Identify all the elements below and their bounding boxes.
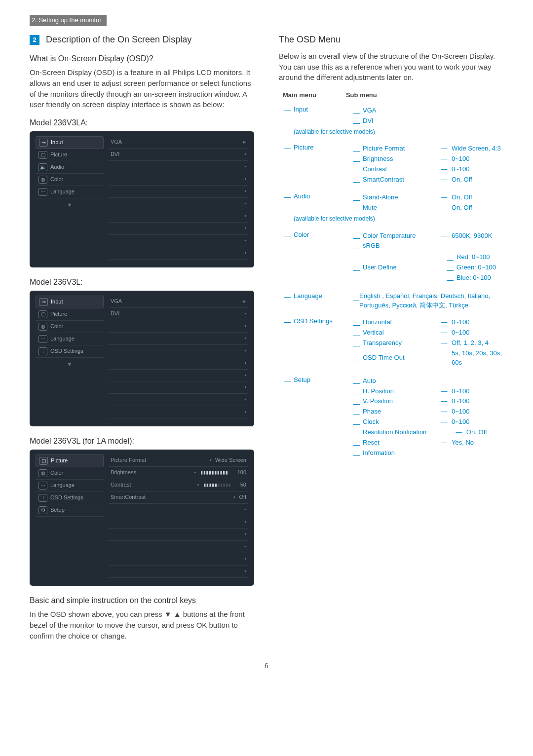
- osd-menu-para: Below is an overall view of the structur…: [279, 51, 503, 83]
- model3-label: Model 236V3L (for 1A model):: [30, 435, 254, 447]
- osd-item[interactable]: ⋯Language: [36, 186, 104, 198]
- osd-item[interactable]: ◍Color: [36, 467, 104, 480]
- osd-settings-icon: ⁝: [38, 347, 47, 355]
- input-icon: ⇥: [39, 139, 48, 147]
- tree-language: Language — English , Español, Français, …: [284, 292, 503, 310]
- language-icon: ⋯: [38, 188, 47, 196]
- picture-icon: ▢: [39, 457, 48, 465]
- osd-value-row[interactable]: Brightness•▮▮▮▮▮▮▮▮▮▮ 100: [109, 467, 248, 479]
- tree-note: (available for selective models): [294, 128, 503, 136]
- color-icon: ◍: [38, 323, 47, 331]
- osd-value-row[interactable]: SmartContrast•Off: [109, 491, 248, 504]
- osd-item[interactable]: ⇥Input: [36, 296, 104, 308]
- down-arrow-icon[interactable]: ▼: [36, 358, 104, 369]
- section-number-badge: 2: [30, 35, 39, 45]
- input-icon: ⇥: [39, 298, 48, 306]
- down-arrow-icon[interactable]: [36, 517, 104, 528]
- menu-column-labels: Main menu Sub menu: [283, 91, 503, 100]
- picture-icon: ▢: [38, 310, 47, 318]
- tree-input: Input VGA DVI (available for selective m…: [284, 105, 503, 136]
- model1-label: Model 236V3LA:: [30, 117, 254, 128]
- osd-screenshot-1: ⇥Input ▢Picture 🔈Audio ◍Color ⋯Language …: [30, 131, 254, 267]
- basic-instruction-title: Basic and simple instruction on the cont…: [30, 595, 254, 606]
- basic-instruction-para: In the OSD shown above, you can press ▼ …: [30, 609, 254, 641]
- osd-item[interactable]: ▢Picture: [36, 454, 104, 467]
- osd-item[interactable]: ▢Picture: [36, 308, 104, 321]
- tree-setup: Setup Auto H. Position—0~100 V. Position…: [284, 376, 503, 459]
- osd-value-row[interactable]: VGA▸: [109, 136, 248, 149]
- osd-screenshot-2: ⇥Input ▢Picture ◍Color ⋯Language ⁝OSD Se…: [30, 291, 254, 426]
- osd-value-row[interactable]: Contrast•▮▮▮▮▮▮▮▮▮▮ 50: [109, 479, 248, 491]
- sub-menu-label: Sub menu: [346, 91, 377, 100]
- right-column: The OSD Menu Below is an overall view of…: [279, 30, 503, 646]
- osd-menu-title: The OSD Menu: [279, 33, 503, 46]
- osd-item[interactable]: ⋯Language: [36, 333, 104, 345]
- language-icon: ⋯: [38, 482, 47, 490]
- page-number: 6: [30, 661, 503, 671]
- section-title: Description of the On Screen Display: [46, 35, 191, 44]
- tree-osd-settings: OSD Settings Horizontal—0~100 Vertical—0…: [284, 317, 503, 368]
- osd-item[interactable]: ⚙Setup: [36, 504, 104, 517]
- osd-item[interactable]: ◍Color: [36, 321, 104, 333]
- left-column: 2 Description of the On Screen Display W…: [30, 30, 254, 646]
- osd-settings-icon: ⁝: [38, 494, 47, 502]
- tree-audio: Audio Stand-Alone—On, Off Mute—On, Off (…: [284, 192, 503, 223]
- osd-value-row[interactable]: Picture Format•Wide Screen: [109, 454, 248, 467]
- setup-icon: ⚙: [38, 506, 47, 514]
- osd-item[interactable]: ▢Picture: [36, 149, 104, 161]
- osd-screenshot-3: ▢Picture ◍Color ⋯Language ⁝OSD Settings …: [30, 450, 254, 585]
- tree-picture: Picture Picture Format—Wide Screen, 4:3 …: [284, 143, 503, 185]
- main-menu-label: Main menu: [283, 91, 316, 100]
- audio-icon: 🔈: [38, 163, 47, 171]
- question-title: What is On-Screen Display (OSD)?: [30, 53, 254, 64]
- osd-item[interactable]: 🔈Audio: [36, 161, 104, 174]
- picture-icon: ▢: [38, 151, 47, 159]
- osd-item[interactable]: ⁝OSD Settings: [36, 345, 104, 358]
- tree-node-label: Input: [294, 105, 353, 114]
- osd-tree: Input VGA DVI (available for selective m…: [284, 105, 503, 458]
- osd-value-row[interactable]: DVI•: [109, 149, 248, 161]
- color-icon: ◍: [38, 469, 47, 477]
- intro-paragraph: On-Screen Display (OSD) is a feature in …: [30, 67, 254, 110]
- language-icon: ⋯: [38, 335, 47, 343]
- osd-item[interactable]: ⁝OSD Settings: [36, 492, 104, 504]
- osd-item[interactable]: ⋯Language: [36, 480, 104, 492]
- model2-label: Model 236V3L:: [30, 276, 254, 288]
- osd-item[interactable]: ⇥Input: [36, 136, 104, 149]
- down-arrow-icon[interactable]: ▼: [36, 198, 104, 209]
- tree-color: Color Color Temperature—6500K, 9300K sRG…: [284, 230, 503, 285]
- page-header: 2. Setting up the monitor: [30, 15, 107, 26]
- section-heading: 2 Description of the On Screen Display: [30, 33, 254, 46]
- color-icon: ◍: [38, 176, 47, 184]
- osd-item[interactable]: ◍Color: [36, 174, 104, 186]
